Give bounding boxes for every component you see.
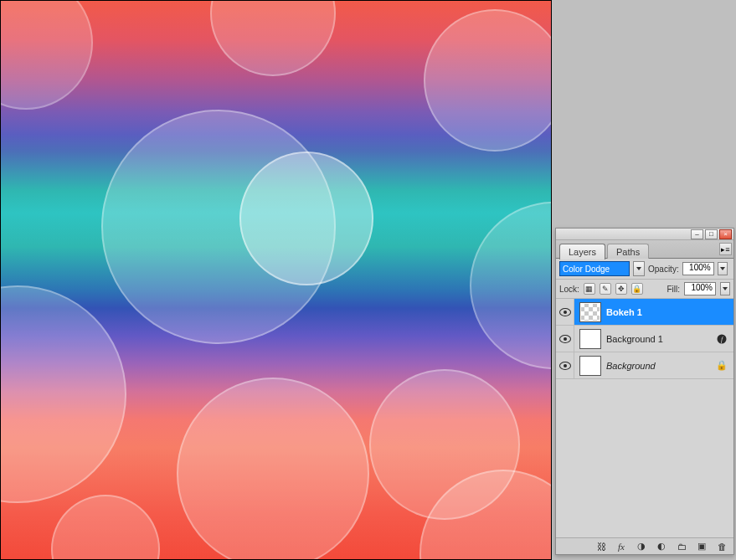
visibility-toggle[interactable] <box>556 326 574 352</box>
new-group-icon[interactable]: 🗀 <box>675 541 688 552</box>
panel-tabstrip: Layers Paths ▸≡ <box>556 240 733 259</box>
layer-row-background1[interactable]: Background 1 f <box>556 326 733 352</box>
new-layer-icon[interactable]: ▣ <box>695 541 708 552</box>
eye-icon <box>559 335 571 343</box>
lock-fill-row: Lock: ▦ ✎ ✥ 🔒 Fill: 100% <box>556 280 733 299</box>
layer-row-background[interactable]: Background 🔒 <box>556 352 733 379</box>
close-button[interactable]: × <box>719 229 732 239</box>
lock-all-icon[interactable]: 🔒 <box>631 283 643 295</box>
link-layers-icon[interactable]: ⛓ <box>594 541 608 552</box>
panel-footer: ⛓ fx ◑ ◐ 🗀 ▣ 🗑 <box>556 537 733 554</box>
eye-icon <box>559 362 571 370</box>
layer-thumbnail[interactable] <box>579 302 601 322</box>
layer-style-button-icon[interactable]: fx <box>615 541 628 552</box>
layer-style-icon[interactable]: f <box>715 332 728 346</box>
add-mask-icon[interactable]: ◑ <box>635 541 648 552</box>
adjustment-layer-icon[interactable]: ◐ <box>655 541 668 552</box>
tab-layers[interactable]: Layers <box>559 244 605 259</box>
lock-position-icon[interactable]: ✥ <box>615 283 627 295</box>
lock-icon: 🔒 <box>715 359 728 372</box>
lock-transparency-icon[interactable]: ▦ <box>584 283 595 295</box>
panel-menu-button[interactable]: ▸≡ <box>719 243 732 255</box>
fill-label: Fill: <box>667 285 680 294</box>
delete-layer-icon[interactable]: 🗑 <box>715 541 728 552</box>
opacity-label: Opacity: <box>648 265 679 274</box>
visibility-toggle[interactable] <box>556 299 574 325</box>
layer-name[interactable]: Bokeh 1 <box>606 307 728 317</box>
visibility-toggle[interactable] <box>556 352 574 378</box>
opacity-slider-button[interactable] <box>718 262 728 275</box>
fill-slider-button[interactable] <box>720 282 730 295</box>
opacity-field[interactable]: 100% <box>682 262 714 275</box>
document-canvas[interactable] <box>0 0 552 560</box>
layers-panel: – □ × Layers Paths ▸≡ Color Dodge Opacit… <box>555 228 734 555</box>
blend-mode-select[interactable]: Color Dodge <box>559 261 630 276</box>
bokeh-circle <box>177 378 369 560</box>
layer-thumbnail[interactable] <box>579 329 601 349</box>
blend-opacity-row: Color Dodge Opacity: 100% <box>556 259 733 280</box>
minimize-button[interactable]: – <box>691 229 703 239</box>
layers-list: Bokeh 1 Background 1 f Background 🔒 <box>556 299 733 537</box>
maximize-button[interactable]: □ <box>705 229 718 239</box>
tab-paths[interactable]: Paths <box>607 244 649 259</box>
panel-titlebar[interactable]: – □ × <box>556 229 733 240</box>
bokeh-circle <box>239 152 373 285</box>
eye-icon <box>559 308 571 316</box>
blend-mode-dropdown-button[interactable] <box>633 261 645 276</box>
lock-pixels-icon[interactable]: ✎ <box>600 283 611 295</box>
layer-name[interactable]: Background <box>606 361 710 371</box>
layer-name[interactable]: Background 1 <box>606 334 710 344</box>
layer-row-bokeh1[interactable]: Bokeh 1 <box>556 299 733 326</box>
fill-field[interactable]: 100% <box>684 282 716 295</box>
lock-label: Lock: <box>559 285 579 294</box>
layer-thumbnail[interactable] <box>579 356 601 376</box>
